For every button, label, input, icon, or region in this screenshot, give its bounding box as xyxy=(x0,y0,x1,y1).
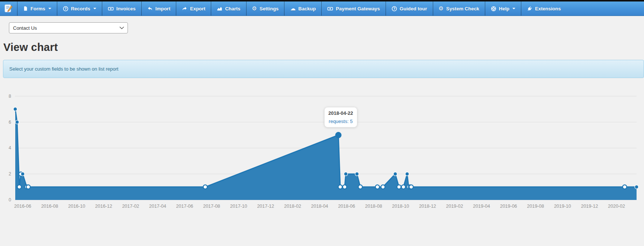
nav-item-forms[interactable]: Forms xyxy=(17,1,57,16)
nav-item-label: Charts xyxy=(225,6,240,12)
question-circle-icon xyxy=(63,6,68,12)
info-alert: Select your custom fields to be shown on… xyxy=(3,60,644,78)
nav-item-label: Extensions xyxy=(535,6,561,12)
nav-item-records[interactable]: Records xyxy=(57,1,102,16)
money-icon xyxy=(108,6,114,12)
nav-item-help[interactable]: Help xyxy=(485,1,521,16)
svg-text:2017-12: 2017-12 xyxy=(257,204,274,209)
svg-text:2016-06: 2016-06 xyxy=(14,204,31,209)
nav-item-label: Backup xyxy=(298,6,316,12)
svg-text:2017-10: 2017-10 xyxy=(230,204,247,209)
nav-item-export[interactable]: Export xyxy=(176,1,211,16)
nav-item-extensions[interactable]: Extensions xyxy=(521,1,566,16)
page-title: View chart xyxy=(3,41,644,54)
svg-text:2019-04: 2019-04 xyxy=(473,204,490,209)
tooltip-date: 2018-04-22 xyxy=(328,110,353,116)
svg-text:0: 0 xyxy=(9,197,11,203)
caret-down-icon xyxy=(48,8,51,9)
nav-item-settings[interactable]: ⚙ Settings xyxy=(246,1,284,16)
nav-item-charts[interactable]: Charts xyxy=(211,1,246,16)
reply-arrow-icon xyxy=(147,6,153,11)
nav-item-import[interactable]: Import xyxy=(141,1,176,16)
nav-item-payment-gateways[interactable]: Payment Gateways xyxy=(321,1,386,16)
tooltip-value: requests: 5 xyxy=(328,119,353,124)
form-select-wrapper: Contact Us xyxy=(9,22,128,33)
svg-text:2020-02: 2020-02 xyxy=(608,204,625,209)
file-icon xyxy=(23,6,28,11)
svg-text:2016-12: 2016-12 xyxy=(95,204,112,209)
nav-item-label: System Check xyxy=(446,6,479,12)
plug-icon xyxy=(527,6,532,12)
info-alert-text: Select your custom fields to be shown on… xyxy=(9,66,118,72)
area-chart-icon xyxy=(217,6,222,11)
chart-tooltip: 2018-04-22 requests: 5 xyxy=(324,107,357,127)
svg-text:2018-04: 2018-04 xyxy=(311,204,328,209)
nav-item-label: Guided tour xyxy=(400,6,427,12)
svg-text:6: 6 xyxy=(9,120,11,125)
nav-item-invoices[interactable]: Invoices xyxy=(102,1,141,16)
svg-text:2018-08: 2018-08 xyxy=(365,204,382,209)
money-icon xyxy=(327,6,333,12)
svg-text:2017-02: 2017-02 xyxy=(122,204,139,209)
nav-item-label: Export xyxy=(190,6,205,12)
form-select[interactable]: Contact Us xyxy=(9,22,128,33)
requests-area-chart: 024682016-062016-082016-102016-122017-02… xyxy=(0,80,644,214)
svg-text:2018-12: 2018-12 xyxy=(419,204,436,209)
main-navbar: Forms Records Invoices Import Export Cha… xyxy=(0,1,644,16)
svg-text:2016-08: 2016-08 xyxy=(41,204,58,209)
nav-item-backup[interactable]: ☁ Backup xyxy=(284,1,321,16)
svg-text:2019-10: 2019-10 xyxy=(554,204,571,209)
nav-item-label: Import xyxy=(155,6,170,12)
svg-text:2019-06: 2019-06 xyxy=(500,204,517,209)
svg-text:2019-12: 2019-12 xyxy=(581,204,598,209)
nav-item-label: Records xyxy=(71,6,90,12)
gear-icon: ⚙ xyxy=(252,6,257,12)
svg-text:2019-08: 2019-08 xyxy=(527,204,544,209)
svg-text:2019-02: 2019-02 xyxy=(446,204,463,209)
life-ring-icon xyxy=(491,6,496,12)
svg-text:2018-10: 2018-10 xyxy=(392,204,409,209)
svg-text:2018-02: 2018-02 xyxy=(284,204,301,209)
svg-text:2017-04: 2017-04 xyxy=(149,204,166,209)
nav-item-label: Forms xyxy=(30,6,45,12)
svg-text:4: 4 xyxy=(9,145,11,150)
chart-canvas[interactable]: 024682016-062016-082016-102016-122017-02… xyxy=(0,80,644,212)
svg-text:8: 8 xyxy=(9,94,11,99)
nav-item-label: Settings xyxy=(260,6,278,12)
caret-down-icon xyxy=(512,8,515,9)
svg-text:2017-06: 2017-06 xyxy=(176,204,193,209)
nav-item-guided-tour[interactable]: Guided tour xyxy=(386,1,433,16)
svg-text:2016-10: 2016-10 xyxy=(68,204,85,209)
svg-text:2017-08: 2017-08 xyxy=(203,204,220,209)
nav-item-label: Invoices xyxy=(116,6,136,12)
svg-text:2018-06: 2018-06 xyxy=(338,204,355,209)
caret-down-icon xyxy=(93,8,96,9)
cloud-icon: ☁ xyxy=(290,6,296,12)
nav-item-system-check[interactable]: ⚙ System Check xyxy=(433,1,485,16)
question-circle-icon xyxy=(392,6,397,12)
nav-item-label: Help xyxy=(499,6,509,12)
nav-item-label: Payment Gateways xyxy=(336,6,380,12)
form-pencil-logo-icon xyxy=(4,4,13,13)
share-arrow-icon xyxy=(182,6,187,11)
app-logo[interactable] xyxy=(0,1,17,16)
gear-icon: ⚙ xyxy=(439,6,444,12)
svg-text:2: 2 xyxy=(9,171,11,177)
